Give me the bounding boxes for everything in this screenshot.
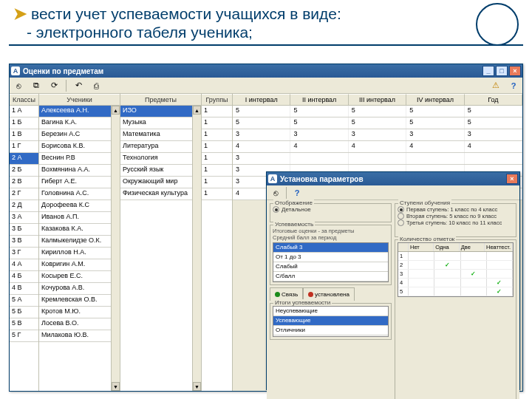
col-classes-header[interactable]: Классы [10,94,38,106]
qty-row[interactable]: 4✓ [398,279,513,287]
list-item[interactable]: 3 Г [10,248,38,259]
list-item[interactable]: Математика [120,129,201,141]
scroll-up-icon[interactable]: ▲ [193,106,201,115]
col-year-header[interactable]: Год [465,94,522,106]
print-icon[interactable]: ⎙ [90,80,102,92]
list-item[interactable]: Физическая культура [120,188,201,200]
list-item[interactable]: Вохмянина А.А. [39,165,120,177]
list-item[interactable]: Литература [120,141,201,153]
list-item[interactable]: 5 А [10,295,38,307]
maximize-button[interactable]: □ [496,66,508,76]
list-item[interactable]: 1 Б [10,117,38,129]
col-students-header[interactable]: Ученики [39,94,120,106]
scroll-down-icon[interactable]: ▼ [193,382,201,391]
list-item[interactable]: 2 В [10,177,38,188]
list-item[interactable]: С/балл [273,272,388,282]
list-item[interactable]: ИЗО [120,106,201,117]
col-groups-header[interactable]: Группы [202,94,232,106]
list-item[interactable]: Слабый 3 [273,243,388,253]
list-item[interactable]: Кротов М.Ю. [39,307,120,318]
list-item[interactable]: Кириллов Н.А. [39,248,120,259]
list-item[interactable]: Калмыкелидзе О.К. [39,236,120,248]
list-item[interactable]: 3 Б [10,224,38,236]
grade-row[interactable]: 44444 [233,141,522,153]
list-item[interactable]: Дорофеева К.С [39,200,120,212]
list-item[interactable]: 1 [202,165,232,177]
list-item[interactable]: 1 [202,129,232,141]
list-item[interactable]: Веснин Р.В [39,153,120,165]
list-item[interactable]: Милакова Ю.В. [39,330,120,342]
list-item[interactable]: Казакова К.А. [39,224,120,236]
list-item[interactable]: Гиберт А.Е. [39,177,120,188]
list-item[interactable]: 1 [202,177,232,188]
list-item[interactable]: 1 [202,117,232,129]
list-item[interactable]: Березин А.С [39,129,120,141]
study-radio[interactable] [398,213,404,219]
refresh-icon[interactable]: ⟳ [48,80,60,92]
qty-h-none[interactable]: Нет [409,243,434,251]
qty-row[interactable]: 2✓ [398,261,513,270]
list-item[interactable]: 4 В [10,283,38,295]
qty-h-one[interactable]: Одна [434,243,459,251]
undo-icon[interactable]: ↶ [72,80,84,92]
list-item[interactable]: Кремлевская О.В. [39,295,120,307]
list-item[interactable]: 5 Г [10,330,38,342]
grade-row[interactable]: 3 [233,153,522,165]
grade-row[interactable]: 33333 [233,129,522,141]
exit-icon[interactable]: ⎋ [13,80,24,92]
list-item[interactable]: Неуспевающие [273,307,388,316]
help-icon[interactable]: ? [291,187,303,199]
list-item[interactable]: Иванов А.П. [39,212,120,224]
list-item[interactable]: Музыка [120,117,201,129]
list-item[interactable]: 1 А [10,106,38,117]
subjects-scrollbar[interactable]: ▲ ▼ [192,106,201,391]
qty-h-two[interactable]: Две [460,243,485,251]
list-item[interactable]: 1 [202,141,232,153]
titlebar[interactable]: А Оценки по предметам _ □ × [10,64,522,78]
list-item[interactable]: 1 [202,153,232,165]
grade-row[interactable]: 55555 [233,106,522,117]
qty-row[interactable]: 1 [398,252,513,261]
grade-row[interactable]: 55555 [233,117,522,129]
list-item[interactable]: 1 [202,188,232,200]
list-item[interactable]: Головнина А.С. [39,188,120,200]
list-item[interactable]: Лосева В.О. [39,318,120,330]
list-item[interactable]: 1 Г [10,141,38,153]
col-i4-header[interactable]: IV интервал [406,94,464,106]
scroll-down-icon[interactable]: ▼ [112,382,120,391]
help-icon[interactable]: ? [508,80,519,92]
list-item[interactable]: 1 [202,106,232,117]
list-item[interactable]: Окружающий мир [120,177,201,188]
list-item[interactable]: Борисова К.В. [39,141,120,153]
list-item[interactable]: 2 А [10,153,38,165]
info-icon[interactable]: ⚠ [490,80,502,92]
list-item[interactable]: 4 Б [10,271,38,283]
list-item[interactable]: Слабый [273,262,388,272]
study-radio[interactable] [398,219,404,226]
qty-h-na[interactable]: Неаттест. [485,243,513,251]
display-radio[interactable] [273,206,279,213]
list-item[interactable]: 5 Б [10,307,38,318]
list-item[interactable]: Косырев Е.С. [39,271,120,283]
list-item[interactable]: Успевающие [273,316,388,326]
list-item[interactable]: Русский язык [120,165,201,177]
col-subjects-header[interactable]: Предметы [120,94,201,106]
copy-icon[interactable]: ⧉ [30,80,42,92]
list-item[interactable]: Технология [120,153,201,165]
students-scrollbar[interactable]: ▲ ▼ [111,106,120,391]
dialog-close-button[interactable]: × [506,174,518,184]
list-item[interactable]: Отличники [273,326,388,335]
list-item[interactable]: 3 А [10,212,38,224]
col-i2-header[interactable]: II интервал [290,94,348,106]
list-item[interactable]: 2 Д [10,200,38,212]
minimize-button[interactable]: _ [482,66,494,76]
list-item[interactable]: От 1 до 3 [273,253,388,262]
list-item[interactable]: 2 Г [10,188,38,200]
list-item[interactable]: 1 В [10,129,38,141]
list-item[interactable]: 4 А [10,259,38,271]
list-item[interactable]: Кочурова А.В. [39,283,120,295]
dialog-titlebar[interactable]: А Установка параметров × [267,172,519,185]
study-radio[interactable] [398,206,404,213]
qty-row[interactable]: 5✓ [398,287,513,296]
list-item[interactable]: 3 В [10,236,38,248]
